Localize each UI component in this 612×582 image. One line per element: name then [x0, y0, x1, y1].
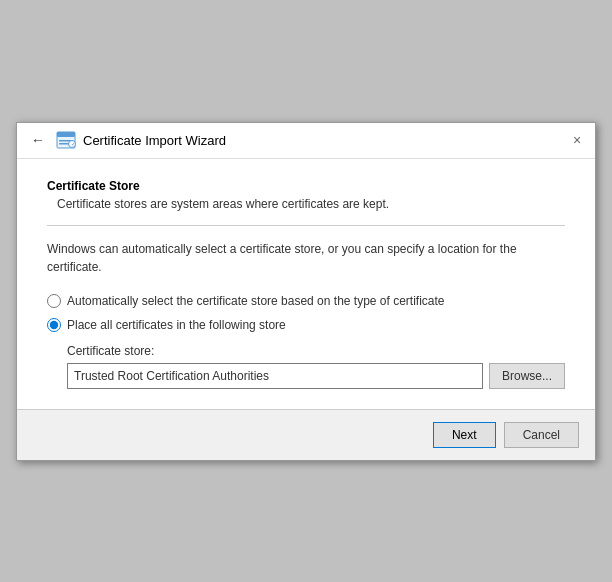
- wizard-content: Certificate Store Certificate stores are…: [17, 159, 595, 409]
- radio-auto-input[interactable]: [47, 294, 61, 308]
- radio-group: Automatically select the certificate sto…: [47, 294, 565, 332]
- svg-rect-1: [57, 132, 75, 137]
- title-bar-left: ← ✓ Certificate Import Wizard: [27, 129, 226, 151]
- cert-store-input[interactable]: [67, 363, 483, 389]
- section-title: Certificate Store: [47, 179, 565, 193]
- wizard-footer: Next Cancel: [17, 409, 595, 460]
- browse-button[interactable]: Browse...: [489, 363, 565, 389]
- radio-auto-item[interactable]: Automatically select the certificate sto…: [47, 294, 565, 308]
- cert-store-label: Certificate store:: [67, 344, 565, 358]
- radio-manual-label: Place all certificates in the following …: [67, 318, 286, 332]
- radio-auto-label: Automatically select the certificate sto…: [67, 294, 445, 308]
- radio-manual-input[interactable]: [47, 318, 61, 332]
- wizard-icon: ✓: [55, 129, 77, 151]
- svg-rect-3: [59, 143, 69, 145]
- section-description: Certificate stores are system areas wher…: [57, 197, 565, 211]
- section-header: Certificate Store Certificate stores are…: [47, 179, 565, 211]
- svg-text:✓: ✓: [71, 141, 75, 147]
- close-button[interactable]: ×: [567, 130, 587, 150]
- window-title: Certificate Import Wizard: [83, 133, 226, 148]
- cancel-button[interactable]: Cancel: [504, 422, 579, 448]
- next-button[interactable]: Next: [433, 422, 496, 448]
- back-button[interactable]: ←: [27, 132, 49, 148]
- radio-manual-item[interactable]: Place all certificates in the following …: [47, 318, 565, 332]
- certificate-import-wizard-window: ← ✓ Certificate Import Wizard × Certific…: [16, 122, 596, 461]
- info-text: Windows can automatically select a certi…: [47, 240, 565, 276]
- divider: [47, 225, 565, 226]
- cert-store-row: Browse...: [67, 363, 565, 389]
- title-bar: ← ✓ Certificate Import Wizard ×: [17, 123, 595, 159]
- cert-store-section: Certificate store: Browse...: [67, 344, 565, 389]
